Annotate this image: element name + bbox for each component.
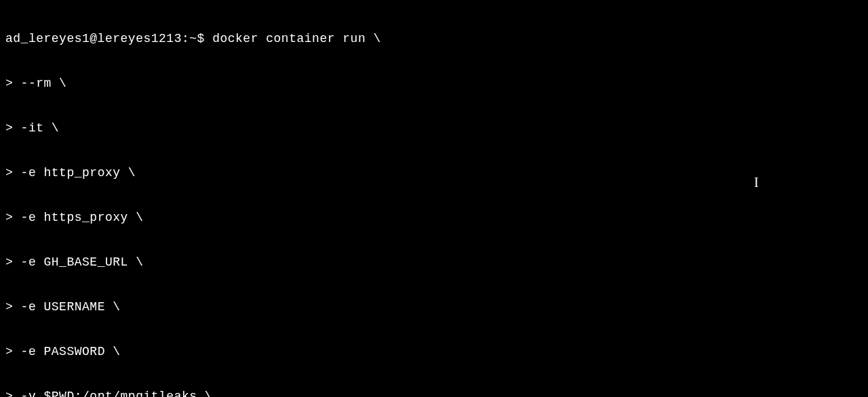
command-text: -e USERNAME \ — [21, 300, 121, 314]
terminal-line: > -e GH_BASE_URL \ — [5, 255, 863, 270]
terminal-line: > -e http_proxy \ — [5, 165, 863, 180]
terminal-line: > -e USERNAME \ — [5, 299, 863, 314]
shell-prompt: ad_lereyes1@lereyes1213:~$ — [5, 32, 212, 45]
terminal-line: > -it \ — [5, 121, 863, 135]
terminal-line: > -e https_proxy \ — [5, 210, 863, 225]
command-text: docker container run \ — [212, 32, 381, 45]
continuation-prompt: > — [5, 166, 21, 180]
command-text: -e https_proxy \ — [21, 211, 144, 224]
command-text: -it \ — [21, 121, 60, 135]
terminal-line: > -v $PWD:/opt/mpgitleaks \ — [5, 389, 863, 397]
continuation-prompt: > — [5, 345, 21, 358]
command-text: --rm \ — [21, 77, 67, 90]
continuation-prompt: > — [5, 77, 21, 90]
command-text: -e GH_BASE_URL \ — [21, 255, 144, 269]
terminal-line: > --rm \ — [5, 76, 863, 91]
terminal-viewport[interactable]: ad_lereyes1@lereyes1213:~$ docker contai… — [0, 0, 868, 397]
command-text: -e http_proxy \ — [21, 166, 136, 180]
command-text: -e PASSWORD \ — [21, 345, 121, 358]
continuation-prompt: > — [5, 390, 21, 397]
continuation-prompt: > — [5, 211, 21, 224]
command-text: -v $PWD:/opt/mpgitleaks \ — [21, 390, 213, 397]
continuation-prompt: > — [5, 255, 21, 269]
terminal-line-prompt: ad_lereyes1@lereyes1213:~$ docker contai… — [5, 31, 863, 46]
continuation-prompt: > — [5, 121, 21, 135]
continuation-prompt: > — [5, 300, 21, 314]
terminal-line: > -e PASSWORD \ — [5, 344, 863, 359]
